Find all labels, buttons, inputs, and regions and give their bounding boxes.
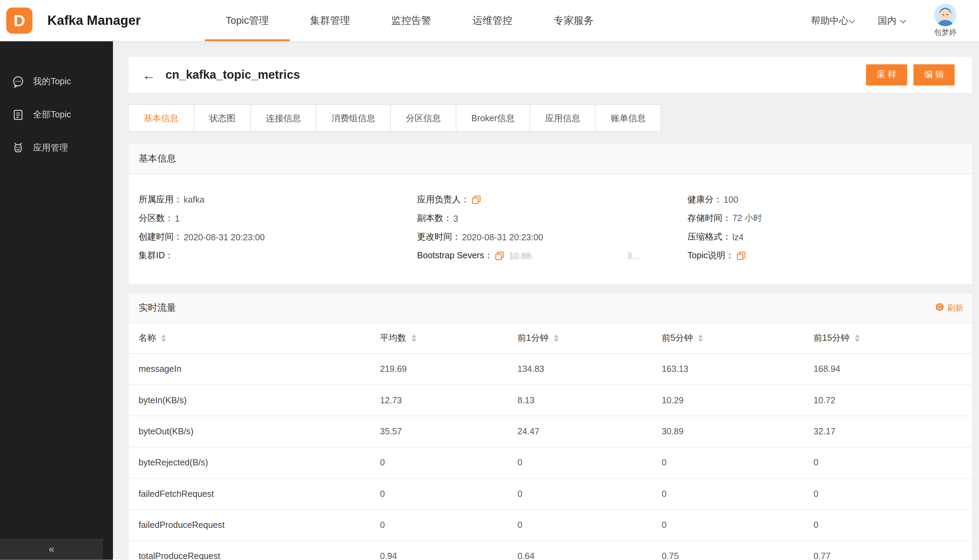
edit-button[interactable]: 编 辑	[913, 64, 954, 85]
top-header: D Kafka Manager Topic管理集群管理监控告警运维管控专家服务 …	[0, 0, 979, 41]
nav-item-3[interactable]: 监控告警	[371, 0, 452, 41]
column-header[interactable]: 前1分钟	[518, 323, 662, 353]
field-value: .	[175, 251, 177, 261]
tab-4[interactable]: 消费组信息	[316, 104, 391, 132]
field-value: 1	[175, 213, 180, 223]
field-label: 应用负责人	[417, 194, 469, 205]
sidebar-item-label: 全部Topic	[33, 109, 71, 120]
metric-value: 134.83	[518, 353, 662, 384]
metric-value: 10.29	[662, 384, 814, 415]
basic-info-header: 基本信息	[129, 144, 972, 174]
info-field: 副本数3	[417, 209, 687, 228]
tab-8[interactable]: 账单信息	[595, 104, 662, 132]
sidebar-item-3[interactable]: 应用管理	[0, 131, 113, 164]
sidebar-item-2[interactable]: 全部Topic	[0, 98, 113, 131]
realtime-card: 实时流量 刷新 名称平均数前1分钟	[128, 293, 973, 560]
sample-button[interactable]: 采 样	[866, 64, 907, 85]
tab-6[interactable]: Broker信息	[456, 104, 530, 132]
field-label: 压缩格式	[687, 232, 731, 243]
title-actions: 采 样 编 辑	[866, 64, 955, 85]
field-label: 分区数	[139, 213, 174, 224]
column-label: 前5分钟	[662, 332, 693, 342]
column-label: 平均数	[380, 332, 406, 342]
table-row: byteOut(KB/s)35.5724.4730.8932.17	[129, 416, 972, 447]
field-value: 10.88.	[509, 251, 533, 261]
copy-icon[interactable]	[495, 251, 504, 260]
sort-icon[interactable]	[411, 335, 416, 342]
field-label: 健康分	[687, 194, 722, 205]
copy-icon[interactable]	[472, 195, 481, 204]
info-field: 压缩格式lz4	[687, 228, 972, 247]
column-header[interactable]: 名称	[129, 323, 380, 353]
region-select[interactable]: 国内	[878, 15, 905, 26]
metric-value: 168.94	[814, 353, 972, 384]
metric-value: 10.72	[814, 384, 972, 415]
brand-title: Kafka Manager	[47, 13, 140, 28]
tab-2[interactable]: 状态图	[194, 104, 251, 132]
metric-value: 219.69	[380, 353, 518, 384]
sidebar-item-label: 应用管理	[33, 142, 68, 153]
metric-name: byteIn(KB/s)	[129, 384, 380, 415]
tab-5[interactable]: 分区信息	[390, 104, 457, 132]
field-label: 所属应用	[139, 194, 182, 205]
refresh-button[interactable]: 刷新	[935, 302, 963, 314]
metric-name: totalProduceRequest	[129, 540, 380, 560]
tab-3[interactable]: 连接信息	[251, 104, 317, 132]
copy-icon[interactable]	[737, 251, 745, 260]
chat-icon	[12, 75, 25, 88]
column-header[interactable]: 平均数	[380, 323, 518, 353]
field-label: Topic说明	[687, 250, 734, 262]
field-value: kafka	[184, 195, 204, 205]
tab-7[interactable]: 应用信息	[530, 104, 596, 132]
metric-value: 0.94	[380, 540, 518, 560]
nav-item-4[interactable]: 运维管控	[452, 0, 533, 41]
info-field: 集群ID.	[139, 247, 417, 265]
column-label: 前15分钟	[814, 332, 849, 342]
doc-icon	[12, 108, 25, 121]
column-header[interactable]: 前15分钟	[814, 323, 972, 353]
app-window: D Kafka Manager Topic管理集群管理监控告警运维管控专家服务 …	[0, 0, 979, 560]
info-field: 应用负责人	[417, 190, 687, 209]
avatar[interactable]	[934, 3, 957, 26]
sort-icon[interactable]	[698, 335, 703, 342]
realtime-title: 实时流量	[139, 302, 176, 314]
metric-value: 0	[380, 509, 518, 540]
region-label: 国内	[878, 15, 896, 25]
realtime-header: 实时流量 刷新	[129, 293, 972, 323]
basic-info-card: 基本信息 所属应用kafka应用负责人健康分100分区数1副本数3存储时间72 …	[128, 143, 973, 285]
metric-value: 0	[662, 447, 814, 478]
sidebar-collapse-button[interactable]: «	[0, 538, 103, 560]
metric-value: 0.77	[814, 540, 972, 560]
field-label: 存储时间	[687, 213, 731, 224]
sort-icon[interactable]	[855, 335, 859, 342]
nav-item-2[interactable]: 集群管理	[289, 0, 371, 41]
metrics-table-body: messageIn219.69134.83163.13168.94byteIn(…	[129, 353, 972, 560]
column-label: 名称	[139, 332, 156, 342]
sidebar: 我的Topic全部Topic应用管理 «	[0, 41, 113, 560]
metric-value: 0	[814, 509, 972, 540]
back-button[interactable]: ←	[142, 68, 155, 82]
sidebar-item-1[interactable]: 我的Topic	[0, 65, 113, 98]
table-row: byteIn(KB/s)12.738.1310.2910.72	[129, 384, 972, 415]
brand-logo-icon[interactable]: D	[6, 8, 32, 34]
tab-1[interactable]: 基本信息	[128, 104, 194, 132]
sort-icon[interactable]	[553, 335, 558, 342]
column-label: 前1分钟	[518, 332, 549, 342]
chevron-down-icon	[900, 17, 906, 23]
metric-name: failedProduceRequest	[129, 509, 380, 540]
nav-item-1[interactable]: Topic管理	[205, 0, 290, 41]
sort-icon[interactable]	[161, 335, 166, 342]
metric-value: 12.73	[380, 384, 518, 415]
nav-item-5[interactable]: 专家服务	[533, 0, 614, 41]
table-row: failedProduceRequest0000	[129, 509, 972, 540]
info-field: 所属应用kafka	[139, 190, 417, 209]
table-row: messageIn219.69134.83163.13168.94	[129, 353, 972, 384]
info-field: Bootstrap Severs10.88.3…	[417, 247, 687, 265]
header-right: 帮助中心 国内 包梦婷	[811, 3, 964, 38]
sidebar-item-label: 我的Topic	[33, 76, 71, 87]
help-center-link[interactable]: 帮助中心	[811, 15, 854, 26]
app-manage-icon	[12, 141, 25, 153]
metric-value: 0	[518, 447, 662, 478]
column-header[interactable]: 前5分钟	[662, 323, 814, 353]
field-value: 3…	[627, 251, 640, 261]
